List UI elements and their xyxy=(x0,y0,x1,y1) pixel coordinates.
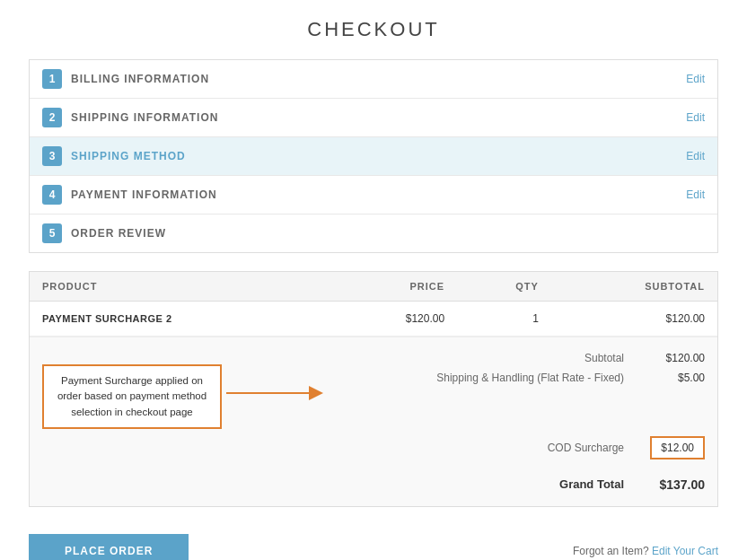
price-cell: $120.00 xyxy=(332,302,457,337)
step-edit-3[interactable]: Edit xyxy=(686,150,705,162)
step-row-4: 4PAYMENT INFORMATIONEdit xyxy=(30,176,717,214)
subtotal-col-header: SUBTOTAL xyxy=(551,272,717,302)
order-table: PRODUCT PRICE QTY SUBTOTAL PAYMENT SURCH… xyxy=(30,272,717,337)
grand-total-value: $137.00 xyxy=(642,477,705,492)
cod-surcharge-box: $12.00 xyxy=(650,436,705,459)
step-edit-4[interactable]: Edit xyxy=(686,188,705,201)
forgot-item-text: Forgot an Item? xyxy=(573,545,649,557)
step-row-1: 1BILLING INFORMATIONEdit xyxy=(30,60,717,99)
qty-col-header: QTY xyxy=(457,272,551,302)
edit-cart-link[interactable]: Edit Your Cart xyxy=(652,545,718,557)
annotation-text: Payment Surcharge applied on order based… xyxy=(57,375,207,417)
cod-surcharge-value: $12.00 xyxy=(661,442,694,454)
annotation-callout: Payment Surcharge applied on order based… xyxy=(42,364,222,429)
product-cell: PAYMENT SURCHARGE 2 xyxy=(30,302,332,337)
step-label-3: SHIPPING METHOD xyxy=(71,150,686,162)
checkout-steps: 1BILLING INFORMATIONEdit2SHIPPING INFORM… xyxy=(29,59,718,253)
qty-cell: 1 xyxy=(457,302,551,337)
table-row: PAYMENT SURCHARGE 2$120.001$120.00 xyxy=(30,302,717,337)
product-col-header: PRODUCT xyxy=(30,272,332,302)
step-number-5: 5 xyxy=(42,223,62,243)
totals-section: Subtotal $120.00 Shipping & Handling (Fl… xyxy=(30,337,717,506)
step-edit-1[interactable]: Edit xyxy=(686,73,705,85)
step-number-4: 4 xyxy=(42,185,62,205)
annotation-arrow xyxy=(217,375,325,411)
shipping-value: $5.00 xyxy=(642,372,705,384)
checkout-footer: PLACE ORDER Forgot an Item? Edit Your Ca… xyxy=(29,525,718,560)
cod-surcharge-label: COD Surcharge xyxy=(391,442,624,454)
price-col-header: PRICE xyxy=(332,272,457,302)
step-number-3: 3 xyxy=(42,146,62,166)
page-title: CHECKOUT xyxy=(29,18,718,41)
step-label-2: SHIPPING INFORMATION xyxy=(71,111,686,124)
step-row-2: 2SHIPPING INFORMATIONEdit xyxy=(30,99,717,137)
place-order-button[interactable]: PLACE ORDER xyxy=(29,534,189,560)
step-number-1: 1 xyxy=(42,69,62,89)
subtotal-cell: $120.00 xyxy=(551,302,717,337)
step-edit-2[interactable]: Edit xyxy=(686,111,705,124)
step-row-5: 5ORDER REVIEW xyxy=(30,214,717,252)
subtotal-value: $120.00 xyxy=(642,352,705,364)
grand-total-label: Grand Total xyxy=(391,477,624,492)
forgot-item-area: Forgot an Item? Edit Your Cart xyxy=(573,545,718,557)
subtotal-label: Subtotal xyxy=(391,352,624,364)
step-label-5: ORDER REVIEW xyxy=(71,227,705,240)
shipping-label: Shipping & Handling (Flat Rate - Fixed) xyxy=(391,372,624,384)
step-label-1: BILLING INFORMATION xyxy=(71,73,686,85)
grand-total-row: Grand Total $137.00 xyxy=(42,472,705,495)
step-row-3: 3SHIPPING METHODEdit xyxy=(30,137,717,176)
order-table-container: PRODUCT PRICE QTY SUBTOTAL PAYMENT SURCH… xyxy=(29,271,718,507)
step-number-2: 2 xyxy=(42,108,62,127)
step-label-4: PAYMENT INFORMATION xyxy=(71,188,686,201)
